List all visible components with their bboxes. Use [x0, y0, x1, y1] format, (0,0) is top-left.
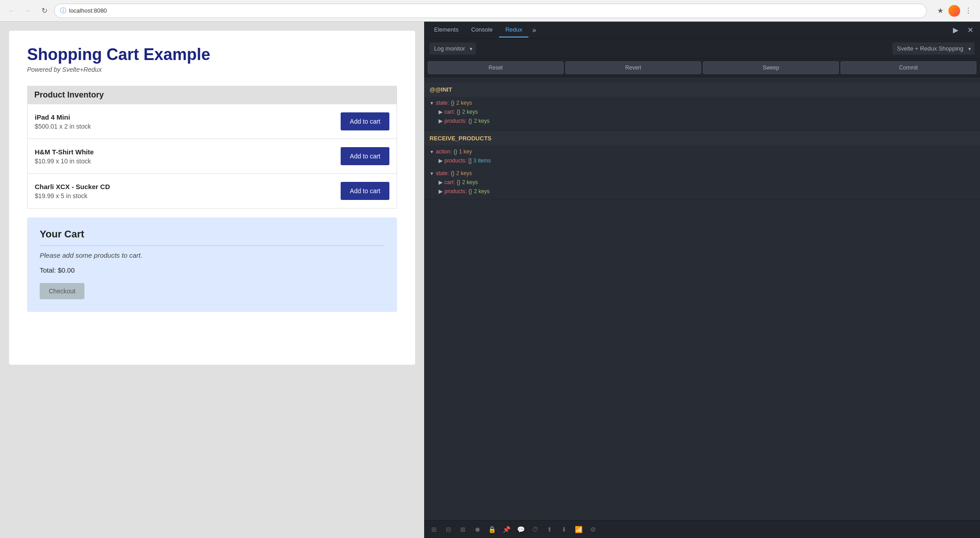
bookmark-button[interactable]: ★	[934, 5, 947, 17]
sub-key: products:	[444, 158, 467, 164]
info-icon: ⓘ	[60, 7, 66, 15]
devtools-window-actions: ▶ ✕	[949, 24, 976, 37]
sub-key: products:	[444, 118, 467, 124]
product-name: H&M T-Shirt White	[35, 148, 94, 156]
app-container: Shopping Cart Example Powered by Svelte+…	[9, 31, 415, 365]
log-tree-item: ▼ state: {} 2 keys	[430, 98, 975, 107]
tab-redux[interactable]: Redux	[499, 23, 529, 37]
timer-icon[interactable]: ⏱	[529, 523, 541, 536]
cart-empty-message: Please add some products to cart.	[40, 251, 384, 259]
split-icon[interactable]: ⊟	[442, 523, 455, 536]
devtools-tabs: Elements Console Redux » ▶ ✕	[424, 22, 980, 39]
log-tree-section: ▼ state: {} 2 keys ▶ cart: {} 2 keys ▶ p…	[424, 97, 980, 127]
redux-sweep-button[interactable]: Sweep	[703, 61, 839, 74]
browser-content: Shopping Cart Example Powered by Svelte+…	[0, 22, 424, 538]
product-price: $500.01 x 2 in stock	[35, 123, 91, 130]
menu-button[interactable]: ⋮	[962, 5, 975, 17]
devtools-close-button[interactable]: ✕	[964, 24, 976, 37]
redux-header: Log monitor Svelte + Redux Shopping	[424, 39, 980, 59]
sub-key: cart:	[444, 179, 455, 186]
sub-arrow[interactable]: ▶	[439, 109, 443, 115]
log-tree-section: ▼ action: {} 1 key ▶ products: [] 3 item…	[424, 145, 980, 167]
add-to-cart-button[interactable]: Add to cart	[341, 182, 389, 200]
lock-icon[interactable]: 🔒	[485, 523, 498, 536]
url-text: localhost:8080	[69, 7, 107, 14]
reload-button[interactable]: ↻	[38, 5, 51, 17]
devtools-panel: Elements Console Redux » ▶ ✕ Log monitor	[424, 22, 980, 538]
log-action-title[interactable]: RECEIVE_PRODUCTS	[424, 131, 980, 145]
download-icon[interactable]: ⬇	[558, 523, 570, 536]
signal-icon[interactable]: 📶	[572, 523, 585, 536]
main-area: Shopping Cart Example Powered by Svelte+…	[0, 22, 980, 538]
pin-icon[interactable]: 📌	[500, 523, 513, 536]
log-sub-item: ▶ products: [] 3 items	[430, 156, 975, 165]
sub-arrow[interactable]: ▶	[439, 158, 443, 164]
log-entry: @@INIT ▼ state: {} 2 keys ▶ cart: {} 2 k…	[424, 81, 980, 130]
add-to-cart-button[interactable]: Add to cart	[341, 112, 389, 130]
product-item: iPad 4 Mini $500.01 x 2 in stock Add to …	[28, 104, 397, 139]
tree-key: state:	[436, 170, 449, 176]
sub-arrow[interactable]: ▶	[439, 188, 443, 195]
log-tree-section: ▼ state: {} 2 keys ▶ cart: {} 2 keys ▶ p…	[424, 167, 980, 198]
tab-console[interactable]: Console	[465, 23, 499, 37]
upload-icon[interactable]: ⬆	[543, 523, 556, 536]
cart-section: Your Cart Please add some products to ca…	[27, 218, 397, 312]
log-sub-item: ▶ products: {} 2 keys	[430, 187, 975, 196]
tab-elements[interactable]: Elements	[428, 23, 465, 37]
app-subtitle: Powered by Svelte+Redux	[27, 66, 397, 73]
log-tree-item: ▼ action: {} 1 key	[430, 147, 975, 156]
log-entry: RECEIVE_PRODUCTS ▼ action: {} 1 key ▶ pr…	[424, 130, 980, 200]
back-button[interactable]: ←	[5, 5, 18, 17]
redux-action-buttons: ResetRevertSweepCommit	[424, 59, 980, 77]
sub-key: cart:	[444, 109, 455, 115]
log-sub-item: ▶ cart: {} 2 keys	[430, 107, 975, 116]
tree-key: state:	[436, 100, 449, 106]
tree-arrow[interactable]: ▼	[430, 149, 434, 154]
tree-arrow[interactable]: ▼	[430, 171, 434, 176]
browser-chrome: ← → ↻ ⓘ localhost:8080 ★ ⋮	[0, 0, 980, 22]
product-item: H&M T-Shirt White $10.99 x 10 in stock A…	[28, 139, 397, 174]
product-price: $10.99 x 10 in stock	[35, 158, 94, 165]
add-to-cart-button[interactable]: Add to cart	[341, 147, 389, 165]
settings-icon[interactable]: ⚙	[587, 523, 599, 536]
product-name: Charli XCX - Sucker CD	[35, 183, 110, 190]
app-title: Shopping Cart Example	[27, 45, 397, 64]
product-price: $19.99 x 5 in stock	[35, 192, 110, 199]
browser-actions: ★ ⋮	[934, 5, 975, 17]
devtools-bottom-bar: ⊞⊟⊠⏺🔒📌💬⏱⬆⬇📶⚙	[424, 520, 980, 538]
record-icon[interactable]: ⏺	[471, 523, 484, 536]
cart-total: Total: $0.00	[40, 266, 384, 274]
log-sub-item: ▶ products: {} 2 keys	[430, 116, 975, 125]
log-monitor-select[interactable]: Log monitor	[430, 42, 476, 55]
product-name: iPad 4 Mini	[35, 113, 91, 121]
sub-arrow[interactable]: ▶	[439, 118, 443, 124]
devtools-more-tabs[interactable]: »	[528, 26, 540, 34]
product-info: H&M T-Shirt White $10.99 x 10 in stock	[35, 148, 94, 165]
close-icon[interactable]: ⊠	[457, 523, 469, 536]
product-item: Charli XCX - Sucker CD $19.99 x 5 in sto…	[28, 174, 397, 208]
inventory-header: Product Inventory	[27, 86, 397, 104]
devtools-inspect-button[interactable]: ▶	[949, 24, 962, 37]
redux-log: @@INIT ▼ state: {} 2 keys ▶ cart: {} 2 k…	[424, 77, 980, 520]
address-bar: ⓘ localhost:8080	[54, 4, 927, 18]
product-info: Charli XCX - Sucker CD $19.99 x 5 in sto…	[35, 183, 110, 199]
log-sub-item: ▶ cart: {} 2 keys	[430, 178, 975, 187]
checkout-button[interactable]: Checkout	[40, 283, 84, 299]
redux-revert-button[interactable]: Revert	[565, 61, 701, 74]
sub-arrow[interactable]: ▶	[439, 179, 443, 186]
grid-icon[interactable]: ⊞	[428, 523, 440, 536]
store-select-wrapper: Svelte + Redux Shopping	[892, 42, 975, 55]
store-select[interactable]: Svelte + Redux Shopping	[892, 42, 975, 55]
product-info: iPad 4 Mini $500.01 x 2 in stock	[35, 113, 91, 130]
forward-button[interactable]: →	[22, 5, 34, 17]
log-tree-item: ▼ state: {} 2 keys	[430, 169, 975, 178]
tree-arrow[interactable]: ▼	[430, 101, 434, 106]
chat-icon[interactable]: 💬	[514, 523, 527, 536]
user-avatar	[948, 5, 960, 17]
redux-commit-button[interactable]: Commit	[841, 61, 976, 74]
cart-title: Your Cart	[40, 228, 384, 246]
log-monitor-wrapper: Log monitor	[430, 42, 476, 55]
log-action-title[interactable]: @@INIT	[424, 83, 980, 97]
sub-key: products:	[444, 188, 467, 195]
redux-reset-button[interactable]: Reset	[428, 61, 564, 74]
